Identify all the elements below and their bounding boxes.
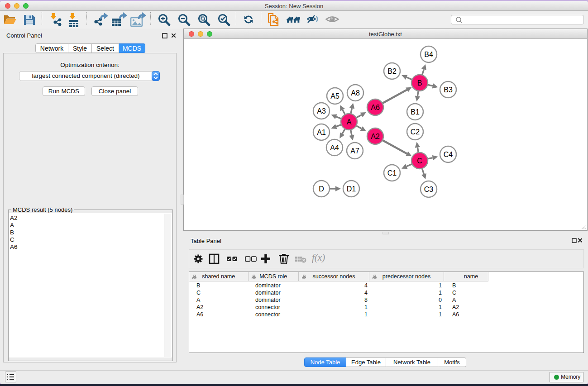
- svg-text:B: B: [417, 79, 422, 87]
- svg-text:A7: A7: [350, 147, 359, 155]
- svg-text:A1: A1: [317, 129, 326, 136]
- svg-text:A8: A8: [351, 89, 360, 97]
- svg-text:A3: A3: [317, 107, 326, 115]
- svg-text:D: D: [319, 185, 324, 193]
- svg-text:A6: A6: [371, 104, 380, 111]
- svg-text:A4: A4: [330, 144, 339, 152]
- svg-text:C3: C3: [424, 186, 434, 193]
- svg-text:B3: B3: [444, 86, 453, 94]
- svg-text:B4: B4: [424, 51, 433, 58]
- svg-text:B2: B2: [387, 67, 397, 75]
- svg-text:D1: D1: [347, 185, 356, 193]
- svg-text:C: C: [417, 157, 422, 165]
- svg-text:B1: B1: [411, 108, 420, 116]
- svg-text:A: A: [347, 118, 352, 126]
- svg-text:C4: C4: [444, 151, 453, 158]
- svg-text:A2: A2: [371, 133, 380, 140]
- svg-text:A5: A5: [330, 92, 339, 100]
- svg-text:C1: C1: [387, 169, 397, 177]
- svg-text:C2: C2: [411, 128, 420, 136]
